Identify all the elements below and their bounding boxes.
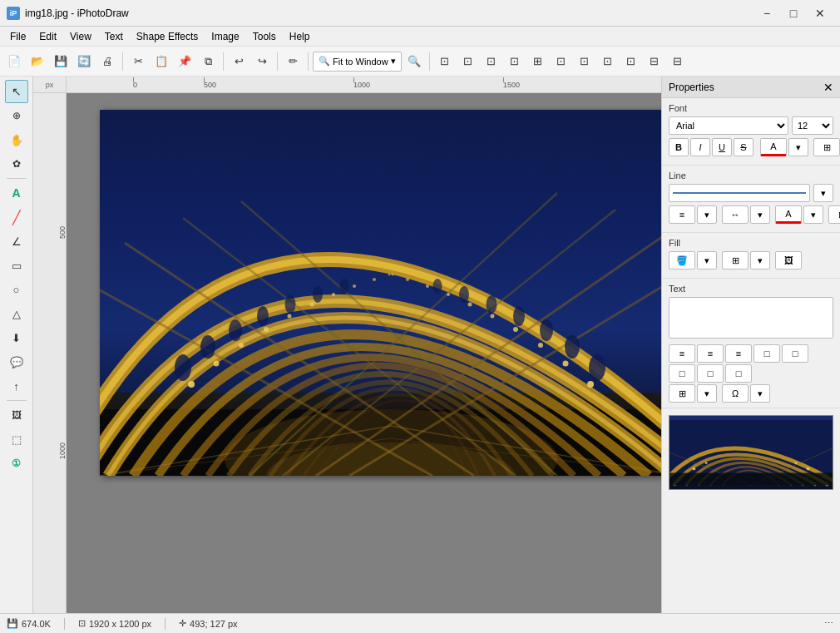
tool-stamp[interactable]: ✿ bbox=[5, 152, 28, 176]
tool-layer[interactable]: ⬚ bbox=[5, 428, 28, 451]
text-special-button[interactable]: Ω bbox=[722, 384, 749, 403]
save-button[interactable]: 💾 bbox=[50, 51, 72, 72]
undo-button[interactable]: ↩ bbox=[228, 51, 250, 72]
tool-pan[interactable]: ✋ bbox=[5, 128, 28, 151]
reload-button[interactable]: 🔄 bbox=[73, 51, 95, 72]
redo-button[interactable]: ↪ bbox=[251, 51, 273, 72]
svg-point-40 bbox=[468, 303, 472, 307]
text-label: Text bbox=[669, 284, 833, 294]
line-color-arrow[interactable]: ▾ bbox=[803, 205, 823, 224]
ruler-mark-1500: 1500 bbox=[503, 81, 520, 89]
bold-button[interactable]: B bbox=[669, 138, 689, 156]
text-align-left[interactable]: ≡ bbox=[669, 344, 695, 363]
menu-item-file[interactable]: File bbox=[3, 29, 32, 44]
font-grid-button[interactable]: ⊞ bbox=[813, 138, 840, 156]
line-transform-button[interactable]: ↔ bbox=[722, 205, 749, 224]
menu-item-text[interactable]: Text bbox=[98, 29, 130, 44]
fill-bucket-arrow[interactable]: ▾ bbox=[697, 251, 717, 270]
menu-item-tools[interactable]: Tools bbox=[246, 29, 283, 44]
duplicate-button[interactable]: ⧉ bbox=[197, 51, 219, 72]
text-align-center[interactable]: ≡ bbox=[697, 344, 724, 363]
tb-btn-4[interactable]: ⊡ bbox=[504, 51, 526, 72]
copy-button[interactable]: 📋 bbox=[151, 51, 172, 72]
line-align-arrow[interactable]: ▾ bbox=[697, 205, 717, 224]
text-box-4[interactable]: □ bbox=[697, 364, 724, 383]
tool-ellipse[interactable]: ○ bbox=[5, 278, 28, 301]
font-family-select[interactable]: Arial bbox=[669, 116, 788, 135]
fill-grid-arrow[interactable]: ▾ bbox=[750, 251, 770, 270]
text-special-arrow[interactable]: ▾ bbox=[750, 384, 770, 403]
fill-image-button[interactable]: 🖼 bbox=[775, 251, 802, 270]
text-box-1[interactable]: □ bbox=[754, 344, 780, 363]
tool-arrow[interactable]: ⬇ bbox=[5, 326, 28, 349]
thumbnail-svg bbox=[670, 416, 833, 489]
maximize-button[interactable]: □ bbox=[780, 0, 807, 27]
tool-angle[interactable]: ∠ bbox=[5, 230, 28, 253]
new-button[interactable]: 📄 bbox=[3, 51, 25, 72]
line-transform-arrow[interactable]: ▾ bbox=[750, 205, 770, 224]
line-color-button[interactable]: A bbox=[775, 205, 802, 224]
text-align-right[interactable]: ≡ bbox=[725, 344, 752, 363]
toolbox: ↖ ⊕ ✋ ✿ A ╱ ∠ ▭ ○ △ ⬇ 💬 ↑ 🖼 ⬚ ① bbox=[0, 77, 33, 613]
paste-button[interactable]: 📌 bbox=[174, 51, 195, 72]
tb-btn-3[interactable]: ⊡ bbox=[481, 51, 502, 72]
font-color-arrow[interactable]: ▾ bbox=[788, 138, 808, 156]
minimize-button[interactable]: − bbox=[754, 0, 780, 27]
fit-window-button[interactable]: 🔍 Fit to Window ▾ bbox=[313, 52, 402, 72]
menu-item-image[interactable]: Image bbox=[205, 29, 245, 44]
tool-text[interactable]: A bbox=[5, 181, 28, 205]
tool-triangle[interactable]: △ bbox=[5, 302, 28, 325]
open-button[interactable]: 📂 bbox=[27, 51, 48, 72]
tb-btn-10[interactable]: ⊟ bbox=[644, 51, 665, 72]
text-box-2[interactable]: □ bbox=[782, 344, 808, 363]
text-input[interactable] bbox=[669, 297, 833, 339]
strikethrough-button[interactable]: S bbox=[734, 138, 754, 156]
tool-numbered[interactable]: ① bbox=[5, 452, 28, 475]
tb-btn-11[interactable]: ⊟ bbox=[667, 51, 689, 72]
line-dropdown-button[interactable]: ▾ bbox=[813, 184, 833, 202]
svg-point-15 bbox=[285, 295, 296, 314]
fill-grid-button[interactable]: ⊞ bbox=[722, 251, 749, 270]
tool-image[interactable]: 🖼 bbox=[5, 403, 28, 427]
canvas-area[interactable]: px 0 500 1000 1500 500 1000 bbox=[33, 77, 661, 613]
canvas-container[interactable] bbox=[67, 93, 661, 613]
tool-rect[interactable]: ▭ bbox=[5, 254, 28, 277]
zoom-in-button[interactable]: 🔍 bbox=[403, 51, 425, 72]
line-grid-button[interactable]: ⊞ bbox=[828, 205, 840, 224]
tb-btn-2[interactable]: ⊡ bbox=[457, 51, 479, 72]
print-button[interactable]: 🖨 bbox=[96, 51, 118, 72]
line-align-button[interactable]: ≡ bbox=[669, 205, 695, 224]
tool-zoom[interactable]: ⊕ bbox=[5, 104, 28, 127]
tb-btn-5[interactable]: ⊞ bbox=[527, 51, 549, 72]
menu-item-help[interactable]: Help bbox=[283, 29, 317, 44]
text-grid-button[interactable]: ⊞ bbox=[669, 384, 695, 403]
font-size-select[interactable]: 12 bbox=[792, 116, 833, 135]
fill-row-1: 🪣 ▾ ⊞ ▾ 🖼 bbox=[669, 251, 833, 270]
font-color-button[interactable]: A bbox=[760, 138, 787, 156]
font-grid-group: ⊞ ▾ bbox=[813, 138, 840, 156]
text-grid-arrow[interactable]: ▾ bbox=[697, 384, 717, 403]
tool-callout[interactable]: 💬 bbox=[5, 350, 28, 373]
text-box-3[interactable]: □ bbox=[669, 364, 695, 383]
tool-select[interactable]: ↖ bbox=[5, 80, 28, 103]
italic-button[interactable]: I bbox=[690, 138, 710, 156]
fill-bucket-button[interactable]: 🪣 bbox=[669, 251, 695, 270]
svg-point-12 bbox=[200, 335, 215, 359]
properties-close-button[interactable]: ✕ bbox=[823, 81, 833, 94]
svg-point-38 bbox=[513, 327, 518, 332]
menu-item-edit[interactable]: Edit bbox=[32, 29, 63, 44]
tb-btn-7[interactable]: ⊡ bbox=[574, 51, 595, 72]
menu-item-shape-effects[interactable]: Shape Effects bbox=[130, 29, 205, 44]
tb-btn-1[interactable]: ⊡ bbox=[434, 51, 456, 72]
tb-btn-9[interactable]: ⊡ bbox=[620, 51, 642, 72]
tool-up-arrow[interactable]: ↑ bbox=[5, 374, 28, 398]
cut-button[interactable]: ✂ bbox=[127, 51, 149, 72]
tb-btn-8[interactable]: ⊡ bbox=[597, 51, 619, 72]
text-box-5[interactable]: □ bbox=[725, 364, 752, 383]
tool-line[interactable]: ╱ bbox=[5, 205, 28, 229]
edit-button[interactable]: ✏ bbox=[282, 51, 304, 72]
tb-btn-6[interactable]: ⊡ bbox=[551, 51, 572, 72]
underline-button[interactable]: U bbox=[712, 138, 732, 156]
menu-item-view[interactable]: View bbox=[63, 29, 98, 44]
close-button[interactable]: ✕ bbox=[807, 0, 833, 27]
